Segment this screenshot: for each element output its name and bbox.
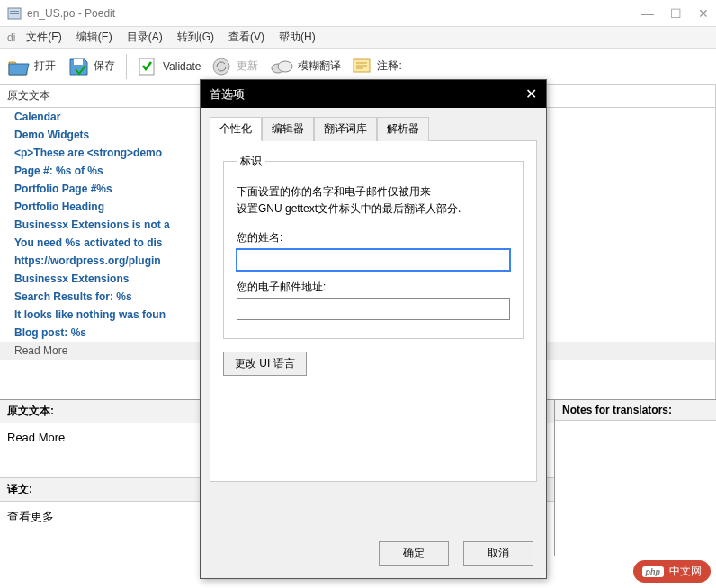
svg-point-7 [278, 61, 292, 72]
notes-label: Notes for translators: [555, 400, 716, 421]
menu-view[interactable]: 查看(V) [221, 28, 272, 47]
tab-personal[interactable]: 个性化 [210, 117, 262, 141]
notes-button[interactable]: 注释: [352, 58, 401, 76]
dialog-tabs: 个性化 编辑器 翻译词库 解析器 [201, 108, 546, 141]
save-icon [67, 57, 90, 76]
email-label: 您的电子邮件地址: [237, 280, 510, 295]
tab-panel-personal: 标识 下面设置的你的名字和电子邮件仅被用来 设置GNU gettext文件标头中… [210, 140, 537, 482]
cloud-icon [269, 58, 294, 76]
app-icon [7, 6, 22, 21]
tab-tm[interactable]: 翻译词库 [314, 117, 377, 141]
maximize-button[interactable]: ☐ [670, 6, 682, 21]
notes-icon [352, 58, 373, 76]
svg-rect-1 [10, 11, 19, 12]
tab-parser[interactable]: 解析器 [377, 117, 429, 141]
save-button[interactable]: 保存 [67, 57, 115, 76]
dialog-titlebar: 首选项 ✕ [201, 80, 546, 108]
tab-editor[interactable]: 编辑器 [262, 117, 314, 141]
identity-fieldset: 标识 下面设置的你的名字和电子邮件仅被用来 设置GNU gettext文件标头中… [223, 154, 524, 339]
identity-info: 下面设置的你的名字和电子邮件仅被用来 设置GNU gettext文件标头中的最后… [237, 183, 510, 218]
menubar: di 文件(F) 编辑(E) 目录(A) 转到(G) 查看(V) 帮助(H) [0, 27, 716, 49]
svg-point-5 [213, 58, 229, 75]
watermark: php 中文网 [633, 560, 712, 583]
identity-legend: 标识 [237, 154, 265, 169]
close-window-button[interactable]: ✕ [698, 6, 709, 21]
menu-goto[interactable]: 转到(G) [170, 28, 221, 47]
update-icon [211, 57, 233, 76]
minimize-button[interactable]: — [641, 6, 654, 21]
svg-rect-3 [74, 59, 83, 65]
email-input[interactable] [237, 298, 510, 320]
toolbar-divider [126, 54, 127, 79]
menu-edit[interactable]: 编辑(E) [69, 28, 120, 47]
window-titlebar: en_US.po - Poedit — ☐ ✕ [0, 0, 716, 27]
php-badge: php [642, 566, 665, 577]
edit-prefix: di [4, 30, 19, 46]
name-input[interactable] [237, 249, 510, 271]
folder-open-icon [7, 57, 31, 76]
close-icon[interactable]: ✕ [525, 85, 537, 102]
notes-content [555, 421, 716, 475]
svg-rect-2 [10, 13, 19, 14]
validate-icon [138, 57, 159, 76]
validate-button[interactable]: Validate [138, 57, 201, 76]
watermark-text: 中文网 [669, 564, 702, 579]
change-ui-language-button[interactable]: 更改 UI 语言 [223, 352, 307, 376]
open-button[interactable]: 打开 [7, 57, 56, 76]
dialog-title: 首选项 [210, 86, 245, 102]
ok-button[interactable]: 确定 [379, 541, 449, 566]
menu-catalog[interactable]: 目录(A) [120, 28, 170, 47]
menu-help[interactable]: 帮助(H) [272, 28, 323, 47]
fuzzy-button[interactable]: 模糊翻译 [269, 58, 341, 76]
menu-file[interactable]: 文件(F) [19, 28, 68, 47]
update-button[interactable]: 更新 [211, 57, 258, 76]
name-label: 您的姓名: [237, 230, 510, 245]
cancel-button[interactable]: 取消 [463, 541, 533, 566]
preferences-dialog: 首选项 ✕ 个性化 编辑器 翻译词库 解析器 标识 下面设置的你的名字和电子邮件… [200, 79, 547, 579]
window-title: en_US.po - Poedit [27, 7, 641, 20]
